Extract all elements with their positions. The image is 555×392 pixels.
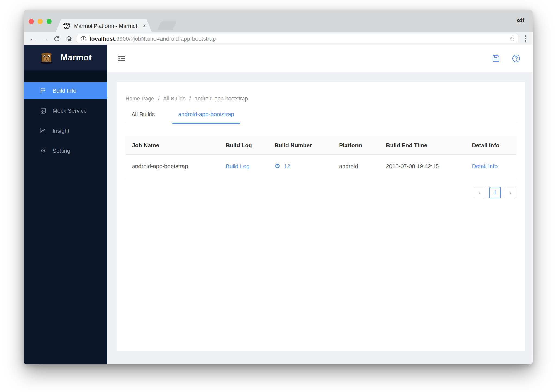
pagination-next-icon[interactable]: › [505, 187, 516, 198]
marmot-logo-icon [40, 51, 54, 64]
sidebar-item-insight[interactable]: Insight [24, 122, 107, 139]
cell-build-number: ⚙ 12 [275, 163, 333, 169]
bookmark-star-icon[interactable]: ☆ [509, 35, 515, 43]
breadcrumb-current: android-app-bootstrap [195, 96, 248, 102]
url-path: :9900/?jobName=android-app-bootstrap [115, 35, 216, 42]
sidebar-menu: Build Info Mock Service [24, 81, 107, 162]
content-card: Home Page / All Builds / android-app-boo… [117, 82, 525, 351]
sidebar-item-label: Setting [53, 148, 70, 154]
app-title: Marmot [61, 53, 92, 63]
database-icon [40, 107, 47, 114]
window-controls [29, 19, 52, 24]
help-icon[interactable] [512, 54, 521, 63]
table-header-row: Job Name Build Log Build Number Platform… [125, 136, 516, 154]
menu-fold-icon[interactable] [118, 55, 126, 62]
sidebar-logo[interactable]: Marmot [24, 45, 107, 70]
col-build-log: Build Log [219, 136, 268, 154]
browser-profile-name[interactable]: xdf [516, 17, 524, 24]
gear-icon[interactable]: ⚙ [275, 163, 280, 169]
cell-build-end-time: 2018-07-08 19:42:15 [379, 154, 465, 178]
builds-tabs: All Builds android-app-bootstrap [125, 111, 516, 123]
forward-icon[interactable]: → [40, 34, 50, 44]
zoom-window-button[interactable] [47, 19, 52, 24]
marmot-app: Marmot Build Info [24, 45, 533, 364]
close-window-button[interactable] [29, 19, 34, 24]
sidebar-divider [24, 70, 107, 81]
build-number-link[interactable]: 12 [284, 163, 290, 169]
main-area: Home Page / All Builds / android-app-boo… [107, 45, 533, 364]
breadcrumb-home[interactable]: Home Page [125, 96, 154, 102]
chart-icon [40, 128, 47, 134]
table-row: android-app-bootstrap Build Log ⚙ 12 and… [125, 154, 516, 178]
save-icon[interactable] [492, 54, 500, 63]
breadcrumb-all-builds[interactable]: All Builds [163, 96, 185, 102]
home-icon[interactable] [64, 34, 74, 44]
sidebar-item-setting[interactable]: ⚙ Setting [24, 142, 107, 159]
pagination: ‹ 1 › [125, 187, 516, 198]
browser-toolbar: ← → localhost:9900/?jobName=android- [24, 32, 533, 45]
col-platform: Platform [333, 136, 379, 154]
browser-menu-icon[interactable] [523, 35, 528, 42]
tab-close-icon[interactable]: × [143, 22, 146, 30]
browser-tabstrip: Marmot Platform - Marmot × xdf [24, 10, 533, 32]
tab-android-app-bootstrap[interactable]: android-app-bootstrap [172, 111, 240, 123]
breadcrumb-separator: / [189, 96, 191, 102]
tab-all-builds[interactable]: All Builds [125, 111, 161, 123]
back-icon[interactable]: ← [28, 34, 38, 44]
content-area: Home Page / All Builds / android-app-boo… [107, 72, 533, 364]
builds-table: Job Name Build Log Build Number Platform… [125, 136, 516, 178]
pagination-prev-icon[interactable]: ‹ [474, 187, 485, 198]
app-header [107, 45, 533, 72]
build-log-link[interactable]: Build Log [226, 163, 250, 169]
pagination-page-1[interactable]: 1 [489, 187, 501, 198]
page-info-icon[interactable] [80, 36, 86, 42]
breadcrumb: Home Page / All Builds / android-app-boo… [125, 96, 516, 102]
col-build-end-time: Build End Time [379, 136, 465, 154]
cell-job-name: android-app-bootstrap [125, 154, 219, 178]
sidebar-item-label: Build Info [53, 87, 76, 94]
favicon-marmot-icon [63, 22, 70, 30]
url-text[interactable]: localhost:9900/?jobName=android-app-boot… [90, 35, 506, 42]
col-build-number: Build Number [268, 136, 333, 154]
reload-icon[interactable] [52, 34, 62, 44]
gear-icon: ⚙ [40, 147, 47, 154]
new-tab-button[interactable] [157, 21, 176, 30]
sidebar: Marmot Build Info [24, 45, 107, 364]
minimize-window-button[interactable] [38, 19, 43, 24]
url-bar[interactable]: localhost:9900/?jobName=android-app-boot… [77, 34, 518, 43]
col-detail-info: Detail Info [466, 136, 516, 154]
sidebar-item-label: Insight [53, 128, 69, 134]
sidebar-item-label: Mock Service [53, 107, 87, 114]
sidebar-item-mock-service[interactable]: Mock Service [24, 102, 107, 119]
col-job-name: Job Name [125, 136, 219, 154]
detail-info-link[interactable]: Detail Info [472, 163, 498, 169]
sidebar-item-build-info[interactable]: Build Info [24, 82, 107, 99]
tab-title: Marmot Platform - Marmot [74, 23, 140, 29]
cell-platform: android [333, 154, 379, 178]
browser-window: Marmot Platform - Marmot × xdf ← → [24, 10, 533, 364]
browser-tab[interactable]: Marmot Platform - Marmot × [56, 19, 152, 32]
breadcrumb-separator: / [158, 96, 160, 102]
url-host: localhost [90, 35, 115, 42]
flag-icon [40, 87, 47, 94]
